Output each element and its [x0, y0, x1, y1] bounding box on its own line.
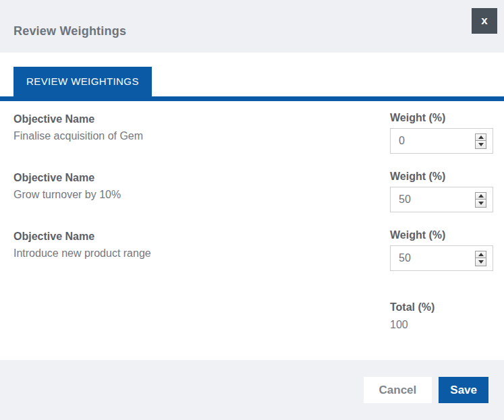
- number-spinner: [475, 192, 486, 208]
- objective-name-value: Grow turnover by 10%: [13, 189, 390, 201]
- objective-row: Objective Name Grow turnover by 10% Weig…: [13, 171, 493, 212]
- objective-name-value: Introduce new product range: [13, 247, 390, 260]
- cancel-button[interactable]: Cancel: [364, 377, 432, 403]
- weight-input[interactable]: [399, 135, 475, 147]
- objective-name-value: Finalise acquisition of Gem: [13, 130, 390, 142]
- weight-label: Weight (%): [390, 171, 493, 183]
- weight-input-wrapper: [390, 128, 493, 154]
- weight-input-wrapper: [390, 245, 493, 271]
- review-weightings-modal: Review Weightings x REVIEW WEIGHTINGS Ob…: [0, 0, 504, 420]
- objective-row: Objective Name Introduce new product ran…: [13, 229, 493, 271]
- spinner-down-icon[interactable]: [476, 141, 486, 148]
- weight-input-wrapper: [390, 187, 493, 212]
- weight-label: Weight (%): [390, 229, 493, 241]
- spinner-up-icon[interactable]: [476, 134, 486, 142]
- modal-content: Objective Name Finalise acquisition of G…: [0, 101, 504, 360]
- save-button[interactable]: Save: [439, 377, 488, 403]
- weight-input[interactable]: [399, 193, 475, 206]
- modal-title: Review Weightings: [13, 24, 126, 38]
- total-label: Total (%): [390, 301, 493, 313]
- total-section: Total (%) 100: [390, 301, 493, 331]
- objective-name-label: Objective Name: [13, 172, 390, 184]
- number-spinner: [475, 133, 486, 149]
- number-spinner: [475, 251, 486, 266]
- spinner-down-icon[interactable]: [476, 200, 486, 207]
- total-value: 100: [390, 319, 493, 331]
- tab-underline: [0, 96, 504, 101]
- objective-name-label: Objective Name: [13, 113, 390, 125]
- spinner-up-icon[interactable]: [476, 251, 486, 259]
- tab-strip: REVIEW WEIGHTINGS: [0, 67, 504, 101]
- tab-review-weightings[interactable]: REVIEW WEIGHTINGS: [13, 67, 152, 96]
- weight-label: Weight (%): [390, 112, 493, 124]
- modal-header: Review Weightings x: [0, 0, 504, 53]
- modal-footer: Cancel Save: [0, 360, 504, 420]
- close-icon[interactable]: x: [472, 8, 497, 34]
- objective-name-label: Objective Name: [13, 231, 390, 243]
- spinner-up-icon[interactable]: [476, 193, 486, 200]
- objective-row: Objective Name Finalise acquisition of G…: [13, 112, 493, 154]
- weight-input[interactable]: [399, 252, 475, 264]
- spinner-down-icon[interactable]: [476, 258, 486, 266]
